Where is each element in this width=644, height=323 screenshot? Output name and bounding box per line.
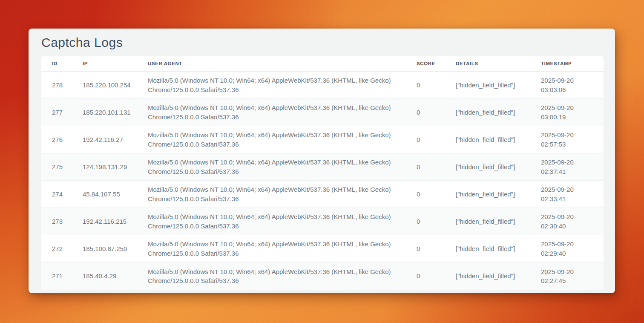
- table-row: 271 185.40.4.29 Mozilla/5.0 (Windows NT …: [41, 262, 604, 290]
- cell-details: ["hidden_field_filled"]: [445, 181, 530, 208]
- cell-details: ["hidden_field_filled"]: [445, 72, 530, 99]
- column-header-id: ID: [41, 56, 72, 72]
- table-body: 278 185.220.100.254 Mozilla/5.0 (Windows…: [41, 72, 604, 290]
- cell-ip: 124.198.131.29: [72, 153, 137, 181]
- user-agent-text: Mozilla/5.0 (Windows NT 10.0; Win64; x64…: [148, 239, 397, 258]
- table-row: 277 185.220.101.131 Mozilla/5.0 (Windows…: [41, 99, 604, 126]
- cell-id: 273: [41, 208, 72, 235]
- table-row: 276 192.42.116.27 Mozilla/5.0 (Windows N…: [41, 126, 604, 153]
- cell-user-agent: Mozilla/5.0 (Windows NT 10.0; Win64; x64…: [137, 99, 406, 126]
- timestamp-text: 2025-09-20 02:30:40: [541, 212, 584, 231]
- cell-ip: 192.42.116.27: [72, 126, 137, 153]
- cell-id: 277: [41, 99, 72, 126]
- cell-details: ["hidden_field_filled"]: [445, 99, 530, 126]
- cell-user-agent: Mozilla/5.0 (Windows NT 10.0; Win64; x64…: [137, 262, 406, 290]
- cell-score: 0: [406, 126, 445, 153]
- column-header-timestamp: TIMESTAMP: [530, 56, 604, 72]
- cell-id: 274: [41, 181, 72, 208]
- cell-ip: 185.220.100.254: [72, 72, 137, 99]
- timestamp-text: 2025-09-20 02:29:40: [541, 239, 584, 258]
- table-row: 275 124.198.131.29 Mozilla/5.0 (Windows …: [41, 153, 604, 181]
- cell-timestamp: 2025-09-20 03:03:06: [530, 72, 604, 99]
- user-agent-text: Mozilla/5.0 (Windows NT 10.0; Win64; x64…: [148, 267, 397, 286]
- cell-ip: 185.40.4.29: [72, 262, 137, 290]
- user-agent-text: Mozilla/5.0 (Windows NT 10.0; Win64; x64…: [148, 158, 397, 176]
- cell-user-agent: Mozilla/5.0 (Windows NT 10.0; Win64; x64…: [137, 235, 406, 262]
- cell-timestamp: 2025-09-20 03:00:19: [530, 99, 604, 126]
- cell-timestamp: 2025-09-20 02:57:53: [530, 126, 604, 153]
- user-agent-text: Mozilla/5.0 (Windows NT 10.0; Win64; x64…: [148, 212, 397, 231]
- user-agent-text: Mozilla/5.0 (Windows NT 10.0; Win64; x64…: [148, 130, 397, 149]
- cell-score: 0: [406, 262, 445, 290]
- cell-details: ["hidden_field_filled"]: [445, 208, 530, 235]
- cell-score: 0: [406, 235, 445, 262]
- page-title: Captcha Logs: [41, 29, 602, 56]
- cell-details: ["hidden_field_filled"]: [445, 262, 530, 290]
- cell-id: 272: [41, 235, 72, 262]
- cell-timestamp: 2025-09-20 02:29:40: [530, 235, 604, 262]
- column-header-ip: IP: [72, 56, 137, 72]
- timestamp-text: 2025-09-20 02:27:45: [541, 267, 584, 286]
- cell-user-agent: Mozilla/5.0 (Windows NT 10.0; Win64; x64…: [137, 181, 406, 208]
- column-header-details: DETAILS: [445, 56, 530, 72]
- cell-user-agent: Mozilla/5.0 (Windows NT 10.0; Win64; x64…: [137, 208, 406, 235]
- user-agent-text: Mozilla/5.0 (Windows NT 10.0; Win64; x64…: [148, 76, 397, 94]
- table-row: 278 185.220.100.254 Mozilla/5.0 (Windows…: [41, 72, 604, 99]
- cell-details: ["hidden_field_filled"]: [445, 126, 530, 153]
- cell-id: 278: [41, 72, 72, 99]
- column-header-score: SCORE: [406, 56, 445, 72]
- cell-timestamp: 2025-09-20 02:27:45: [530, 262, 604, 290]
- table-row: 274 45.84.107.55 Mozilla/5.0 (Windows NT…: [41, 181, 604, 208]
- cell-ip: 185.100.87.250: [72, 235, 137, 262]
- cell-score: 0: [406, 153, 445, 181]
- cell-timestamp: 2025-09-20 02:37:41: [530, 153, 604, 181]
- cell-user-agent: Mozilla/5.0 (Windows NT 10.0; Win64; x64…: [137, 126, 406, 153]
- table-row: 273 192.42.116.215 Mozilla/5.0 (Windows …: [41, 208, 604, 235]
- cell-user-agent: Mozilla/5.0 (Windows NT 10.0; Win64; x64…: [137, 153, 406, 181]
- captcha-logs-card: Captcha Logs ID IP USER AGENT SCORE DETA…: [29, 29, 615, 293]
- cell-id: 271: [41, 262, 72, 290]
- user-agent-text: Mozilla/5.0 (Windows NT 10.0; Win64; x64…: [148, 185, 397, 203]
- cell-score: 0: [406, 99, 445, 126]
- cell-ip: 45.84.107.55: [72, 181, 137, 208]
- cell-timestamp: 2025-09-20 02:30:40: [530, 208, 604, 235]
- column-header-user-agent: USER AGENT: [137, 56, 406, 72]
- cell-score: 0: [406, 208, 445, 235]
- user-agent-text: Mozilla/5.0 (Windows NT 10.0; Win64; x64…: [148, 103, 397, 121]
- cell-details: ["hidden_field_filled"]: [445, 153, 530, 181]
- cell-id: 276: [41, 126, 72, 153]
- table-header: ID IP USER AGENT SCORE DETAILS TIMESTAMP: [41, 56, 604, 72]
- timestamp-text: 2025-09-20 02:57:53: [541, 130, 584, 149]
- table-row: 272 185.100.87.250 Mozilla/5.0 (Windows …: [41, 235, 604, 262]
- cell-details: ["hidden_field_filled"]: [445, 235, 530, 262]
- cell-score: 0: [406, 181, 445, 208]
- timestamp-text: 2025-09-20 02:33:41: [541, 185, 584, 203]
- cell-ip: 185.220.101.131: [72, 99, 137, 126]
- timestamp-text: 2025-09-20 03:00:19: [541, 103, 584, 121]
- cell-id: 275: [41, 153, 72, 181]
- captcha-logs-table: ID IP USER AGENT SCORE DETAILS TIMESTAMP…: [41, 56, 604, 290]
- timestamp-text: 2025-09-20 03:03:06: [541, 76, 584, 94]
- cell-ip: 192.42.116.215: [72, 208, 137, 235]
- cell-user-agent: Mozilla/5.0 (Windows NT 10.0; Win64; x64…: [137, 72, 406, 99]
- cell-score: 0: [406, 72, 445, 99]
- timestamp-text: 2025-09-20 02:37:41: [541, 158, 584, 176]
- cell-timestamp: 2025-09-20 02:33:41: [530, 181, 604, 208]
